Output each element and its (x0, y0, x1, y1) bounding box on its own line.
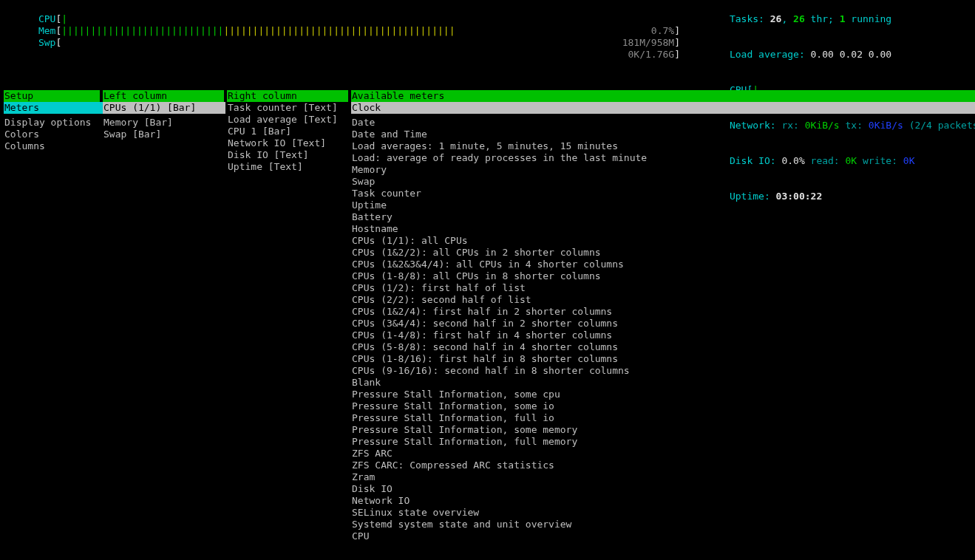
available-meters-header: Available meters (351, 90, 975, 102)
list-item[interactable]: CPUs (1/2): first half of list (351, 282, 975, 294)
list-item[interactable]: Load: average of ready processes in the … (351, 152, 975, 164)
list-item[interactable]: Pressure Stall Information, some cpu (351, 389, 975, 400)
available-meters-column: Available meters Clock (351, 90, 975, 542)
load-line: Load average: 0.00 0.02 0.00 (695, 37, 975, 72)
list-item[interactable]: Uptime [Text] (227, 161, 348, 173)
list-item[interactable]: Memory [Bar] (103, 117, 224, 129)
left-column: Left column CPUs (1/1) [Bar] Memory [Bar… (103, 90, 224, 140)
list-item[interactable]: Memory (351, 164, 975, 176)
tasks-line: Tasks: 26, 26 thr; 1 running (695, 1, 975, 37)
list-item[interactable]: Meters (4, 102, 103, 114)
mem-label: Mem (38, 25, 55, 36)
list-item[interactable]: Task counter [Text] (227, 102, 348, 114)
list-item[interactable]: CPUs (2/2): second half of list (351, 294, 975, 306)
list-item[interactable]: Clock (351, 102, 975, 114)
list-item[interactable]: Swap [Bar] (103, 129, 224, 140)
list-item[interactable]: Pressure Stall Information, some memory (351, 424, 975, 436)
right-column-header: Right column (227, 90, 348, 102)
list-item[interactable]: CPUs (1&2/4): first half in 2 shorter co… (351, 306, 975, 318)
cpu-bars: | (61, 13, 67, 24)
list-item[interactable]: CPUs (1&2&3&4/4): all CPUs in 4 shorter … (351, 259, 975, 270)
setup-column: Setup Meters Display optionsColorsColumn… (4, 90, 100, 152)
list-item[interactable]: Pressure Stall Information, full io (351, 412, 975, 424)
mem-bars-green: |||||||||||||||||||||||||||| (61, 25, 223, 36)
list-item[interactable]: Columns (4, 140, 100, 152)
cpu-label: CPU (38, 13, 55, 24)
list-item[interactable]: Display options (4, 117, 100, 129)
list-item[interactable]: Network IO [Text] (227, 137, 348, 149)
right-column: Right column Task counter [Text]Load ave… (227, 90, 348, 173)
list-item[interactable]: CPUs (9-16/16): second half in 8 shorter… (351, 365, 975, 377)
list-item[interactable]: Pressure Stall Information, full memory (351, 436, 975, 448)
swp-value: 0K/1.76G (628, 49, 675, 60)
list-item[interactable]: Uptime (351, 199, 975, 211)
list-item[interactable]: Disk IO (351, 483, 975, 495)
list-item[interactable]: Date (351, 117, 975, 129)
list-item[interactable]: CPU 1 [Bar] (227, 126, 348, 137)
list-item[interactable]: CPUs (1/1): all CPUs (351, 235, 975, 247)
list-item[interactable]: CPUs (1-4/8): first half in 4 shorter co… (351, 329, 975, 341)
list-item[interactable]: CPU (351, 530, 975, 542)
list-item[interactable]: Blank (351, 377, 975, 389)
list-item[interactable]: Load averages: 1 minute, 5 minutes, 15 m… (351, 140, 975, 152)
list-item[interactable]: SELinux state overview (351, 507, 975, 519)
left-column-header: Left column (103, 90, 224, 102)
setup-header: Setup (4, 90, 100, 102)
list-item[interactable]: CPUs (1-8/16): first half in 8 shorter c… (351, 353, 975, 365)
list-item[interactable]: Systemd system state and unit overview (351, 519, 975, 530)
list-item[interactable]: Disk IO [Text] (227, 149, 348, 161)
swp-label: Swp (38, 37, 55, 48)
list-item[interactable]: ZFS CARC: Compressed ARC statistics (351, 460, 975, 471)
list-item[interactable]: Zram (351, 471, 975, 483)
list-item[interactable]: CPUs (1&2/2): all CPUs in 2 shorter colu… (351, 247, 975, 259)
list-item[interactable]: Colors (4, 129, 100, 140)
list-item[interactable]: CPUs (1-8/8): all CPUs in 8 shorter colu… (351, 270, 975, 282)
cpu-value: 0.7% (651, 25, 674, 36)
mem-value: 181M/958M (622, 37, 674, 48)
list-item[interactable]: Task counter (351, 188, 975, 199)
list-item[interactable]: Load average [Text] (227, 114, 348, 126)
list-item[interactable]: Network IO (351, 495, 975, 507)
list-item[interactable]: Pressure Stall Information, some io (351, 400, 975, 412)
list-item[interactable]: CPUs (3&4/4): second half in 2 shorter c… (351, 318, 975, 329)
list-item[interactable]: Date and Time (351, 129, 975, 140)
list-item[interactable]: Battery (351, 211, 975, 223)
list-item[interactable]: CPUs (1/1) [Bar] (103, 102, 225, 114)
list-item[interactable]: Hostname (351, 223, 975, 235)
list-item[interactable]: CPUs (5-8/8): second half in 4 shorter c… (351, 341, 975, 353)
list-item[interactable]: Swap (351, 176, 975, 188)
setup-panel: Setup Meters Display optionsColorsColumn… (4, 90, 975, 542)
list-item[interactable]: ZFS ARC (351, 448, 975, 460)
mem-bars-yellow: |||||||||||||||||||||||||||||||||||||||| (223, 25, 455, 36)
